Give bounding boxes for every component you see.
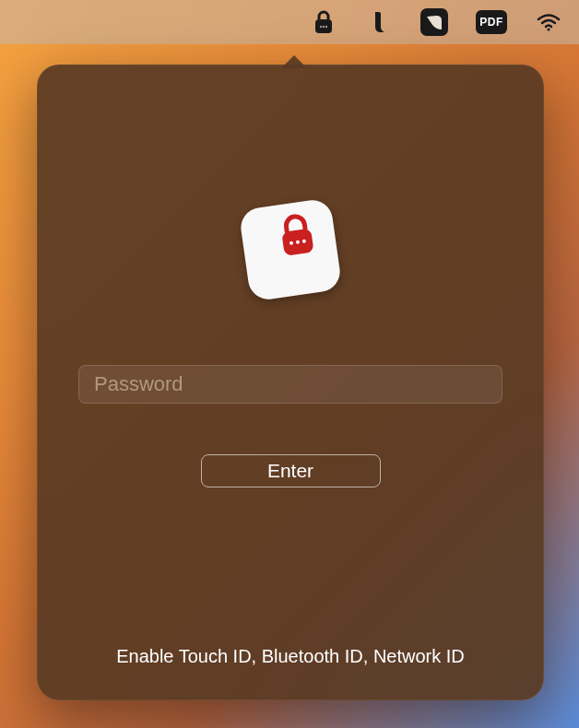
lock-menubar-icon[interactable] [310,8,337,36]
pdf-label: PDF [479,16,503,29]
enter-button[interactable]: Enter [201,454,381,487]
wifi-menubar-icon[interactable] [535,8,562,36]
svg-point-2 [323,26,325,28]
svg-point-4 [376,13,381,18]
svg-point-5 [548,29,550,31]
popup-container: Enter Enable Touch ID, Bluetooth ID, Net… [37,65,544,700]
svg-point-1 [320,26,322,28]
svg-point-3 [325,26,327,28]
password-input[interactable] [78,365,502,404]
phone-menubar-icon[interactable] [365,8,393,36]
bird-menubar-icon[interactable] [420,8,448,36]
menubar: PDF [0,0,579,44]
pdf-menubar-icon[interactable]: PDF [476,10,507,34]
red-lock-icon [272,211,322,261]
app-icon [239,198,343,302]
popup-arrow [281,55,307,68]
enable-auth-link[interactable]: Enable Touch ID, Bluetooth ID, Network I… [116,646,465,667]
unlock-popup: Enter Enable Touch ID, Bluetooth ID, Net… [37,65,544,700]
